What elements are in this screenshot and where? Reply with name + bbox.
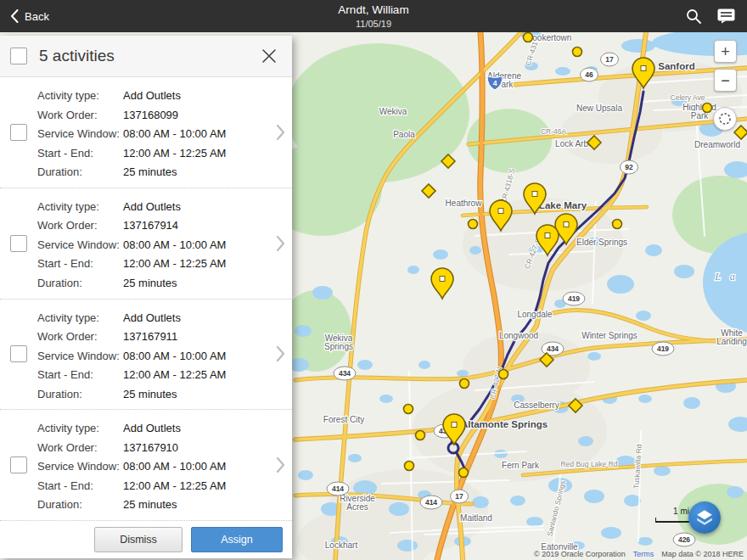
field-label: Work Order: <box>37 106 123 126</box>
zoom-controls: + − <box>714 40 737 92</box>
route-shield: 46 <box>581 68 598 81</box>
service-window-value: 08:00 AM - 10:00 AM <box>123 347 226 367</box>
copyright-text: © 2019 Oracle Corporation <box>534 550 626 558</box>
field-label: Service Window: <box>37 347 123 367</box>
duration-value: 25 minutes <box>123 274 177 294</box>
activity-marker-circle[interactable] <box>573 48 582 57</box>
map-label: Heathrow <box>446 199 483 208</box>
back-label: Back <box>25 10 49 23</box>
select-area-button[interactable] <box>713 107 737 131</box>
route-date: 11/05/19 <box>338 18 408 30</box>
activity-checkbox[interactable] <box>10 345 27 362</box>
map-label: Longwood <box>499 331 538 340</box>
search-icon[interactable] <box>685 8 702 25</box>
activity-marker-circle[interactable] <box>524 33 533 42</box>
route-shield: 434 <box>542 342 564 356</box>
map-attribution: © 2019 Oracle Corporation Terms Map data… <box>534 550 744 558</box>
activity-marker-circle[interactable] <box>703 104 712 113</box>
select-all-checkbox[interactable] <box>10 48 27 64</box>
activity-checkbox[interactable] <box>10 124 27 141</box>
work-order-value: 137167914 <box>123 216 178 236</box>
activity-checkbox[interactable] <box>10 456 27 473</box>
svg-text:46: 46 <box>585 70 593 79</box>
activities-panel: 5 activities Activity type:Add Outlets W… <box>0 36 292 558</box>
field-label: Duration: <box>37 163 123 182</box>
map-label: Springs <box>324 342 353 351</box>
map-data-text: Map data © 2018 HERE <box>661 550 744 558</box>
route-shield: 419 <box>652 342 674 356</box>
svg-text:419: 419 <box>568 294 580 303</box>
activity-card[interactable]: Activity type:Add Outlets Work Order:137… <box>0 300 292 411</box>
activity-marker-circle[interactable] <box>404 405 413 414</box>
duration-value: 25 minutes <box>123 496 177 515</box>
work-order-value: 137167910 <box>123 439 178 458</box>
field-label: Activity type: <box>37 419 123 439</box>
scale-label: 1 mi <box>655 507 689 516</box>
map-label: Red Bug Lake Rd <box>560 460 617 468</box>
map-label: Sanford <box>658 61 694 71</box>
svg-text:414: 414 <box>332 484 344 493</box>
route-shield: 92 <box>621 160 638 174</box>
panel-footer: Dismiss Assign <box>0 521 292 558</box>
layers-icon <box>695 508 714 527</box>
activity-marker-circle[interactable] <box>405 462 414 471</box>
work-order-value: 137167911 <box>123 328 177 347</box>
svg-text:419: 419 <box>657 344 669 353</box>
duration-value: 25 minutes <box>123 385 177 405</box>
field-label: Duration: <box>37 385 123 405</box>
app-window: BookertownCR-431SanfordAldereneParkNew U… <box>0 0 747 560</box>
svg-text:92: 92 <box>625 163 633 171</box>
field-label: Start - End: <box>37 144 123 164</box>
activity-type-value: Add Outlets <box>123 419 181 439</box>
activity-marker-circle[interactable] <box>460 379 469 389</box>
dismiss-button[interactable]: Dismiss <box>94 527 183 552</box>
map-label: Dreamworld <box>694 140 740 149</box>
activity-marker-circle[interactable] <box>459 468 469 478</box>
map-label: Forest City <box>323 415 364 424</box>
map-label: Altamonte Springs <box>461 419 548 429</box>
work-order-value: 137168099 <box>123 106 178 126</box>
activity-type-value: Add Outlets <box>123 309 181 328</box>
activity-card[interactable]: Activity type:Add Outlets Work Order:137… <box>0 77 292 188</box>
assign-button[interactable]: Assign <box>191 527 283 552</box>
map-label: Acres <box>346 502 368 512</box>
service-window-value: 08:00 AM - 10:00 AM <box>123 457 226 477</box>
chevron-right-icon[interactable] <box>276 345 285 362</box>
route-shield: 434 <box>334 367 356 380</box>
zoom-out-button[interactable]: − <box>714 69 737 92</box>
close-icon[interactable] <box>256 45 282 67</box>
field-label: Work Order: <box>37 216 123 236</box>
resource-name: Arndt, William <box>338 3 408 18</box>
activity-card[interactable]: Activity type:Add Outlets Work Order:137… <box>0 188 292 300</box>
activity-marker-circle[interactable] <box>499 370 508 379</box>
zoom-in-button[interactable]: + <box>714 40 737 63</box>
activity-marker-circle[interactable] <box>469 220 478 229</box>
field-label: Duration: <box>37 274 123 294</box>
back-button[interactable]: Back <box>0 0 59 32</box>
map-label: Paola <box>393 130 415 139</box>
activity-marker-circle[interactable] <box>613 220 622 229</box>
terms-link[interactable]: Terms <box>633 550 654 558</box>
lasso-circle-icon <box>718 112 732 126</box>
panel-header: 5 activities <box>0 36 292 77</box>
panel-title: 5 activities <box>39 47 115 65</box>
top-bar: Back Arndt, William 11/05/19 <box>0 0 747 32</box>
chevron-right-icon[interactable] <box>276 456 285 473</box>
field-label: Service Window: <box>37 236 123 255</box>
map-label: Bookertown <box>527 33 572 42</box>
map-label: Casselberry <box>514 400 559 410</box>
field-label: Activity type: <box>37 309 123 328</box>
activities-list: Activity type:Add Outlets Work Order:137… <box>0 77 292 521</box>
activity-card[interactable]: Activity type:Add Outlets Work Order:137… <box>0 410 292 521</box>
svg-text:4: 4 <box>493 79 497 87</box>
map-layers-button[interactable] <box>688 501 721 534</box>
activity-type-value: Add Outlets <box>123 198 181 217</box>
service-window-value: 08:00 AM - 10:00 AM <box>123 236 226 255</box>
chevron-right-icon[interactable] <box>276 235 285 252</box>
activity-marker-circle[interactable] <box>416 431 425 440</box>
duration-value: 25 minutes <box>123 163 177 182</box>
route-shield: 17 <box>451 490 469 503</box>
chevron-right-icon[interactable] <box>276 124 285 141</box>
activity-checkbox[interactable] <box>10 235 27 252</box>
messages-icon[interactable] <box>717 8 735 24</box>
